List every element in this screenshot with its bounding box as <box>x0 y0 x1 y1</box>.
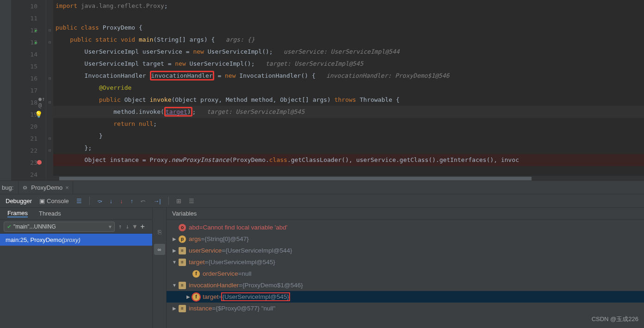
variable-node[interactable]: ▼≡invocationHandler = {ProxyDemo$1@546} <box>167 279 644 291</box>
code-line[interactable]: InvocationHandler invocationHandler = ne… <box>53 70 644 82</box>
line-number[interactable]: 12▶ <box>12 24 46 36</box>
expand-icon[interactable]: ▶ <box>185 294 192 299</box>
glasses-icon[interactable]: ∞ <box>154 244 165 255</box>
equals: = <box>212 305 216 312</box>
line-number[interactable]: 16 <box>12 72 46 84</box>
line-number[interactable]: 19💡 <box>12 108 46 120</box>
variable-node[interactable]: ▼≡target = {UserServiceImpl@545} <box>167 256 644 268</box>
frame-item[interactable]: main:25, ProxyDemo (proxy) <box>0 234 152 246</box>
copy-icon[interactable]: ⎘ <box>154 226 165 237</box>
step-over-icon[interactable]: ⤼ <box>97 198 102 204</box>
line-number[interactable]: 15 <box>12 60 46 72</box>
run-icon[interactable]: ▶ <box>35 40 37 45</box>
layout-icon[interactable]: ☰ <box>76 198 82 204</box>
line-number[interactable]: 10 <box>12 0 46 12</box>
variable-node[interactable]: oabd = Cannot find local variable 'abd' <box>167 222 644 233</box>
code-line[interactable]: } <box>53 130 644 142</box>
code-line[interactable]: method.invoke(target); target: UserServi… <box>53 106 644 118</box>
p-icon: p <box>179 235 186 243</box>
expand-icon[interactable]: ▶ <box>171 248 178 253</box>
fold-marker[interactable]: ⊟ <box>46 72 53 84</box>
force-step-into-icon[interactable]: ↓ <box>120 198 123 204</box>
variable-node[interactable]: forderService = null <box>167 268 644 279</box>
fold-marker[interactable]: ⊟ <box>46 132 53 144</box>
prev-frame-icon[interactable]: ↑ <box>118 223 122 230</box>
code-area[interactable]: import java.lang.reflect.Proxy;public cl… <box>53 0 644 180</box>
equals: = <box>238 270 242 277</box>
line-number[interactable]: 20 <box>12 120 46 132</box>
variable-node[interactable]: ▶pargs = {String[0]@547} <box>167 233 644 245</box>
fold-marker <box>46 48 53 60</box>
code-line[interactable]: }; <box>53 142 644 154</box>
expand-icon[interactable]: ▼ <box>171 260 178 265</box>
variable-value: {String[0]@547} <box>204 235 249 242</box>
horizontal-scrollbar[interactable] <box>53 176 644 180</box>
debug-toolbar: Debugger ▣ Console ☰ ⤼ ↓ ↓ ↑ ⤺ →| ⊞ ☰ <box>0 194 644 208</box>
variables-tree[interactable]: oabd = Cannot find local variable 'abd'▶… <box>167 220 644 328</box>
frame-list[interactable]: main:25, ProxyDemo (proxy) <box>0 234 152 328</box>
tab-threads[interactable]: Threads <box>39 210 61 217</box>
line-number[interactable]: 22 <box>12 144 46 156</box>
thread-selector-label: "main"...UNNING <box>13 223 56 230</box>
next-frame-icon[interactable]: ↓ <box>126 223 130 230</box>
step-into-icon[interactable]: ↓ <box>110 198 113 204</box>
override-marker[interactable]: ●↑ @ <box>38 96 46 109</box>
debug-body: Frames Threads ✔ "main"...UNNING ▾ ↑ ↓ ▼… <box>0 208 644 328</box>
fold-marker <box>46 108 53 120</box>
fold-marker[interactable]: ⊟ <box>46 24 53 36</box>
code-line[interactable]: UserServiceImpl target = new UserService… <box>53 58 644 70</box>
plus-icon[interactable]: + <box>140 222 145 231</box>
line-number[interactable]: 21 <box>12 132 46 144</box>
fold-marker <box>46 12 53 24</box>
code-line[interactable]: public Object invoke(Object proxy, Metho… <box>53 94 644 106</box>
line-number[interactable]: 24 <box>12 168 46 180</box>
fold-marker <box>46 156 53 168</box>
expand-icon[interactable]: ▼ <box>171 283 178 288</box>
code-line[interactable] <box>53 166 644 176</box>
variable-node[interactable]: ▶ftarget = {UserServiceImpl@545} <box>167 291 644 303</box>
line-number[interactable]: 18●↑ @ <box>12 96 46 108</box>
step-out-icon[interactable]: ↑ <box>130 198 134 204</box>
fold-marker[interactable]: ⊟ <box>46 96 53 108</box>
run-icon[interactable]: ▶ <box>35 28 37 33</box>
evaluate-icon[interactable]: ⊞ <box>176 198 181 204</box>
filter-icon[interactable]: ▼ <box>133 223 137 230</box>
trace-icon[interactable]: ☰ <box>189 198 194 204</box>
variable-node[interactable]: ▶≡instance = {$Proxy0@577} "null" <box>167 303 644 314</box>
variable-node[interactable]: ▶≡userService = {UserServiceImpl@544} <box>167 245 644 256</box>
debug-tab-label: ProxyDemo <box>31 184 62 191</box>
expand-icon[interactable]: ▶ <box>171 236 178 241</box>
code-line[interactable]: public static void main(String[] args) {… <box>53 34 644 46</box>
debug-session-tab[interactable]: ⛭ ProxyDemo × <box>18 181 73 194</box>
fold-marker[interactable]: ⊟ <box>46 36 53 48</box>
expand-icon[interactable]: ▶ <box>171 306 178 311</box>
tab-console[interactable]: ▣ Console <box>39 198 69 204</box>
code-line[interactable]: public class ProxyDemo { <box>53 22 644 34</box>
code-line[interactable] <box>53 12 644 22</box>
variable-name: target <box>203 293 219 300</box>
variable-value: {UserServiceImpl@545} <box>222 293 289 300</box>
line-number[interactable]: 17 <box>12 84 46 96</box>
breakpoint-icon[interactable] <box>37 160 42 165</box>
variable-value: {UserServiceImpl@545} <box>208 259 275 266</box>
variables-header: Variables <box>167 208 644 220</box>
run-to-cursor-icon[interactable]: →| <box>153 198 161 204</box>
tab-frames[interactable]: Frames <box>7 210 28 217</box>
line-number[interactable]: 11 <box>12 12 46 24</box>
code-line[interactable]: UserServiceImpl userService = new UserSe… <box>53 46 644 58</box>
line-number[interactable]: 23 <box>12 156 46 168</box>
code-line[interactable]: return null; <box>53 118 644 130</box>
f-icon: f <box>192 293 200 301</box>
bulb-icon[interactable]: 💡 <box>35 111 43 118</box>
debug-label: bug: <box>2 184 13 191</box>
fold-marker[interactable]: ⊟ <box>46 144 53 156</box>
thread-selector[interactable]: ✔ "main"...UNNING ▾ <box>4 222 115 232</box>
code-line[interactable]: @Override <box>53 82 644 94</box>
close-icon[interactable]: × <box>65 184 69 191</box>
code-line[interactable]: import java.lang.reflect.Proxy; <box>53 0 644 12</box>
code-line[interactable]: Object instance = Proxy.newProxyInstance… <box>53 154 644 166</box>
line-number[interactable]: 14 <box>12 48 46 60</box>
line-number[interactable]: 13▶ <box>12 36 46 48</box>
tab-debugger[interactable]: Debugger <box>6 198 32 204</box>
drop-frame-icon[interactable]: ⤺ <box>141 198 146 204</box>
